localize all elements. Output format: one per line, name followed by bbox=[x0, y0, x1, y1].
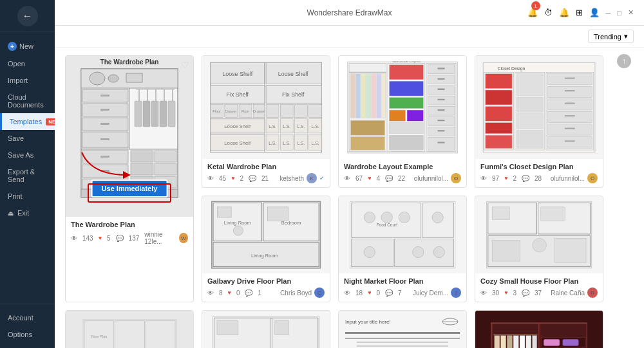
template-blank-image: Input your title here! bbox=[339, 311, 466, 348]
sidebar-item-save-as[interactable]: Save As bbox=[0, 147, 55, 163]
svg-rect-213 bbox=[544, 339, 560, 345]
heart-icon[interactable]: ♡ bbox=[181, 60, 189, 70]
svg-rect-177 bbox=[492, 241, 520, 261]
svg-rect-121 bbox=[437, 68, 445, 69]
svg-rect-149 bbox=[486, 74, 512, 89]
cloud-label: Cloud Documents bbox=[8, 93, 47, 109]
svg-rect-56 bbox=[294, 105, 307, 118]
col-4: Closet Design bbox=[475, 55, 603, 302]
galbavy-card[interactable]: Living Room Bedroom Living Room Galbavy … bbox=[202, 196, 330, 302]
bell-icon[interactable]: 🔔 bbox=[559, 8, 569, 17]
import-label: Import bbox=[8, 77, 28, 84]
svg-point-140 bbox=[364, 246, 375, 257]
comment-icon: 💬 bbox=[116, 235, 124, 242]
verified-badge: ✓ bbox=[319, 175, 325, 181]
svg-rect-36 bbox=[155, 163, 176, 175]
use-immediately-button[interactable]: Use Immediately bbox=[91, 179, 168, 197]
svg-point-176 bbox=[533, 238, 547, 252]
close-icon[interactable]: ✕ bbox=[628, 8, 634, 17]
ketal-card-image: Loose Shelf Loose Shelf Fix Shelf Fix Sh… bbox=[202, 56, 330, 159]
svg-rect-96 bbox=[355, 74, 360, 118]
tiny-home-card[interactable]: My Tiny Home Floor Plan 👁 27 ♥ 0 💬 19 WS… bbox=[202, 310, 330, 348]
galbavy-info: Galbavy Drive Floor Plan 👁 8 ♥ 0 💬 1 Chr… bbox=[202, 273, 330, 302]
galbavy-image: Living Room Bedroom Living Room bbox=[202, 196, 330, 273]
user-icon[interactable]: 👤 bbox=[589, 8, 600, 17]
galbavy-meta: 👁 8 ♥ 0 💬 1 Chris Boyd C bbox=[207, 288, 325, 298]
night-market-card[interactable]: Food Court Night Market Floor Plan 👁 18 … bbox=[338, 196, 467, 302]
svg-rect-103 bbox=[350, 137, 384, 151]
featured-card-meta: 👁 143 ♥ 5 💬 137 winnie 12le... W bbox=[71, 231, 188, 245]
back-button[interactable]: ← bbox=[17, 6, 38, 26]
svg-rect-167 bbox=[565, 115, 575, 116]
like-count: 5 bbox=[107, 235, 111, 242]
dark-closet-card[interactable] bbox=[475, 310, 603, 348]
svg-rect-127 bbox=[437, 130, 445, 131]
svg-rect-109 bbox=[407, 110, 423, 121]
svg-rect-126 bbox=[437, 120, 445, 121]
bottom-left-card[interactable]: Floor Plan bbox=[65, 310, 194, 348]
sidebar-item-templates[interactable]: Templates NEW bbox=[0, 113, 55, 130]
svg-rect-182 bbox=[146, 320, 175, 348]
sidebar-item-open[interactable]: Open bbox=[0, 55, 55, 72]
sidebar-item-import[interactable]: Import bbox=[0, 72, 55, 89]
sidebar-item-exit[interactable]: ⏏ Exit bbox=[0, 205, 55, 221]
scroll-area[interactable]: ↑ The Wardrobe Plan bbox=[55, 48, 644, 348]
sidebar-item-account[interactable]: Account bbox=[0, 309, 55, 326]
ketal-card[interactable]: Loose Shelf Loose Shelf Fix Shelf Fix Sh… bbox=[202, 55, 330, 188]
svg-rect-21 bbox=[143, 101, 150, 127]
sidebar-item-save[interactable]: Save bbox=[0, 130, 55, 147]
svg-rect-154 bbox=[516, 74, 543, 96]
funmi-card[interactable]: Closet Design bbox=[475, 55, 603, 188]
main-content: Wondershare EdrawMax 🔔 1 ⏱ 🔔 ⊞ 👤 ─ □ ✕ T… bbox=[55, 0, 644, 348]
svg-rect-97 bbox=[361, 74, 365, 118]
sidebar-item-export[interactable]: Export & Send bbox=[0, 163, 55, 188]
template-card-blank[interactable]: Input your title here! bbox=[338, 310, 467, 348]
sidebar-item-options[interactable]: Options bbox=[0, 326, 55, 343]
sidebar-item-cloud[interactable]: Cloud Documents bbox=[0, 89, 55, 113]
timer-icon[interactable]: ⏱ bbox=[544, 8, 553, 17]
dark-closet-svg bbox=[490, 322, 588, 349]
svg-rect-156 bbox=[516, 114, 543, 129]
scroll-top-button[interactable]: ↑ bbox=[617, 54, 631, 68]
svg-rect-117 bbox=[428, 106, 454, 115]
svg-rect-107 bbox=[389, 97, 423, 108]
svg-rect-22 bbox=[151, 101, 158, 127]
svg-rect-165 bbox=[565, 90, 575, 91]
svg-rect-159 bbox=[547, 86, 592, 97]
svg-rect-12 bbox=[100, 123, 109, 125]
ketal-card-info: Ketal Wardrobe Plan 👁 45 ♥ 2 💬 21 ketshe… bbox=[202, 159, 330, 187]
svg-rect-10 bbox=[100, 95, 109, 96]
wardrobe-layout-meta: 👁 67 ♥ 4 💬 22 olufunnilol... O bbox=[344, 173, 461, 183]
svg-rect-163 bbox=[547, 136, 592, 148]
svg-rect-174 bbox=[492, 207, 509, 219]
view-icon: 👁 bbox=[207, 175, 214, 182]
svg-rect-111 bbox=[389, 135, 423, 150]
svg-rect-124 bbox=[437, 99, 445, 100]
view-icon: 👁 bbox=[71, 235, 77, 242]
minimize-icon[interactable]: ─ bbox=[606, 9, 611, 17]
svg-rect-122 bbox=[437, 78, 445, 79]
ketal-avatar: K bbox=[307, 173, 317, 183]
svg-rect-101 bbox=[382, 74, 386, 118]
svg-text:Floor: Floor bbox=[242, 109, 250, 113]
sidebar-item-print[interactable]: Print bbox=[0, 188, 55, 205]
sidebar-item-new[interactable]: + New bbox=[0, 37, 55, 55]
trending-select[interactable]: Trending ▾ bbox=[588, 30, 634, 43]
account-label: Account bbox=[8, 314, 33, 322]
wardrobe-layout-card[interactable]: Wardrobe Layout Wardrobe Layout Example … bbox=[338, 55, 467, 188]
svg-rect-102 bbox=[350, 120, 384, 135]
svg-rect-89 bbox=[217, 207, 231, 217]
svg-text:Fix Shelf: Fix Shelf bbox=[282, 91, 305, 98]
svg-rect-100 bbox=[377, 74, 381, 118]
svg-rect-35 bbox=[155, 151, 176, 162]
svg-text:Closet Design: Closet Design bbox=[497, 66, 525, 71]
cozy-card[interactable]: Cozy Small House Floor Plan 👁 30 ♥ 3 💬 3… bbox=[475, 196, 603, 302]
exit-label: Exit bbox=[17, 209, 29, 217]
svg-text:Drawer: Drawer bbox=[225, 109, 237, 113]
svg-text:Loose Shelf: Loose Shelf bbox=[224, 140, 251, 146]
exit-icon: ⏏ bbox=[8, 210, 14, 217]
svg-text:Floor: Floor bbox=[213, 109, 221, 113]
featured-card[interactable]: The Wardrobe Plan bbox=[65, 55, 194, 302]
grid-icon[interactable]: ⊞ bbox=[576, 8, 583, 17]
restore-icon[interactable]: □ bbox=[617, 9, 621, 17]
